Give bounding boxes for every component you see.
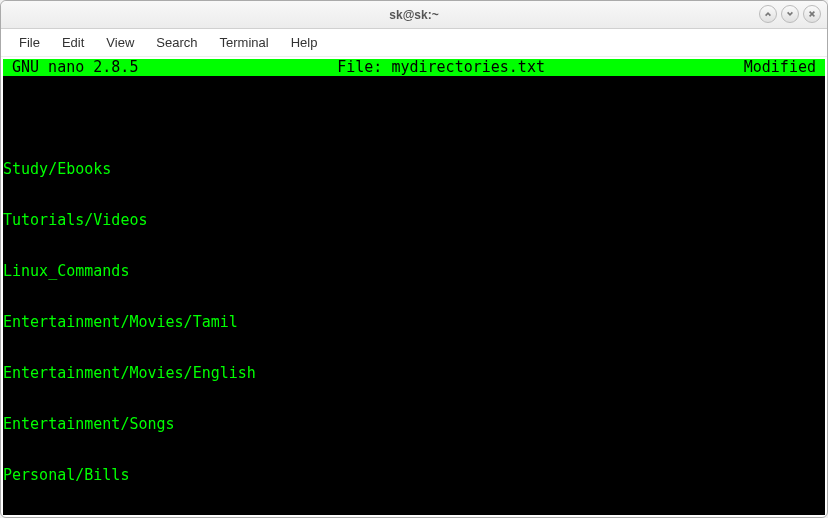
blank-line — [3, 110, 825, 127]
minimize-button[interactable] — [759, 5, 777, 23]
nano-editor-body[interactable]: Study/Ebooks Tutorials/Videos Linux_Comm… — [3, 76, 825, 515]
titlebar: sk@sk:~ — [1, 1, 827, 29]
editor-line: Linux_Commands — [3, 263, 825, 280]
editor-line: Study/Ebooks — [3, 161, 825, 178]
menu-terminal[interactable]: Terminal — [210, 31, 279, 54]
menu-help[interactable]: Help — [281, 31, 328, 54]
editor-line: Entertainment/Movies/English — [3, 365, 825, 382]
close-button[interactable] — [803, 5, 821, 23]
menu-search[interactable]: Search — [146, 31, 207, 54]
terminal-window: sk@sk:~ File Edit View Search Terminal H… — [0, 0, 828, 518]
editor-line: Entertainment/Songs — [3, 416, 825, 433]
editor-line: Entertainment/Movies/Tamil — [3, 314, 825, 331]
maximize-button[interactable] — [781, 5, 799, 23]
minimize-icon — [764, 10, 772, 18]
menu-edit[interactable]: Edit — [52, 31, 94, 54]
nano-file: File: mydirectories.txt — [138, 59, 743, 76]
window-title: sk@sk:~ — [389, 8, 438, 22]
nano-status: Modified — [744, 59, 825, 76]
close-icon — [808, 10, 816, 18]
menu-view[interactable]: View — [96, 31, 144, 54]
terminal-area[interactable]: GNU nano 2.8.5 File: mydirectories.txt M… — [3, 59, 825, 515]
maximize-icon — [786, 10, 794, 18]
nano-header: GNU nano 2.8.5 File: mydirectories.txt M… — [3, 59, 825, 76]
menu-file[interactable]: File — [9, 31, 50, 54]
editor-line: Personal/Bills — [3, 467, 825, 484]
nano-version: GNU nano 2.8.5 — [3, 59, 138, 76]
window-controls — [759, 5, 821, 23]
menubar: File Edit View Search Terminal Help — [1, 29, 827, 57]
editor-line: Tutorials/Videos — [3, 212, 825, 229]
